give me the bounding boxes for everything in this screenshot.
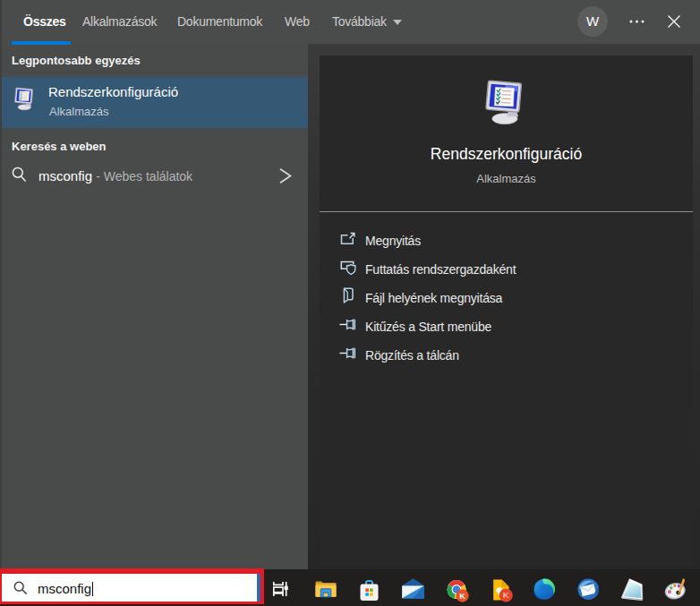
svg-text:K: K [503,590,509,600]
svg-text:K: K [459,592,465,601]
